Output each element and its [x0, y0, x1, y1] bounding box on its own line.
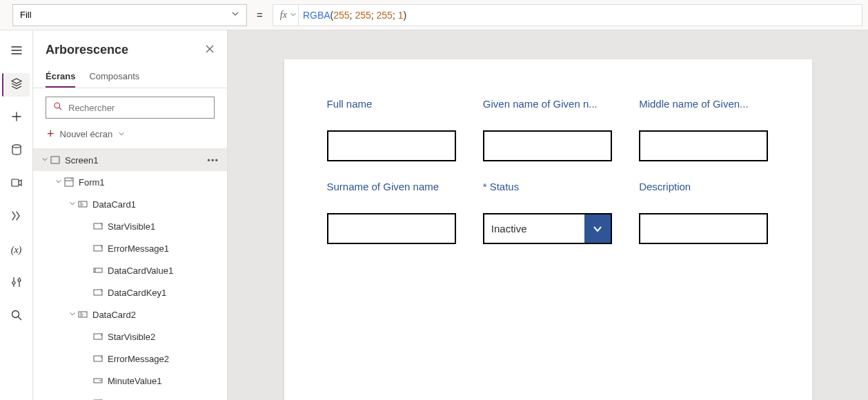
tree-item-errormessage2[interactable]: ErrorMessage2	[33, 348, 227, 370]
tree-item-starvisible2[interactable]: StarVisible2	[33, 326, 227, 348]
search-icon	[53, 101, 63, 114]
rail-flows-button[interactable]	[3, 206, 30, 229]
formula-input[interactable]: RGBA(255; 255; 255; 1)	[303, 5, 856, 26]
more-menu-button[interactable]: •••	[207, 155, 219, 166]
svg-rect-12	[94, 334, 102, 339]
tree-item-minutevalue1[interactable]: MinuteValue1	[33, 370, 227, 392]
screen-icon	[50, 155, 61, 165]
tree-item-label: Separator1	[108, 398, 152, 401]
field-fullname: Full name	[327, 98, 461, 161]
svg-rect-1	[12, 179, 19, 186]
form-icon	[63, 177, 75, 187]
description-input[interactable]	[639, 213, 768, 244]
tree-item-datacard2[interactable]: DataCard2	[33, 303, 227, 326]
tree-item-starvisible1[interactable]: StarVisible1	[33, 215, 227, 237]
rail-insert-button[interactable]	[3, 106, 30, 130]
search-icon	[10, 309, 23, 324]
chevron-down-icon	[118, 129, 125, 139]
tree-item-label: DataCardValue1	[108, 266, 173, 276]
field-status: *Status Inactive	[483, 181, 617, 244]
layers-icon	[10, 77, 23, 92]
label-icon	[92, 354, 103, 363]
flow-icon	[10, 210, 23, 225]
fx-button[interactable]: fx	[279, 4, 299, 26]
search-box[interactable]	[46, 97, 215, 119]
rail-data-button[interactable]	[3, 139, 30, 163]
svg-rect-4	[51, 157, 59, 163]
field-label: *Status	[483, 181, 617, 192]
plus-icon	[10, 110, 23, 126]
new-screen-label: Nouvel écran	[60, 129, 113, 139]
chevron-down-icon[interactable]	[54, 178, 63, 186]
datacard-icon	[77, 310, 88, 319]
surname-input[interactable]	[327, 213, 456, 244]
chevron-down-icon[interactable]	[40, 156, 50, 164]
new-screen-button[interactable]: + Nouvel écran	[33, 124, 227, 148]
required-star: *	[483, 181, 487, 192]
tree-item-label: ErrorMessage1	[108, 243, 169, 254]
tab-components[interactable]: Composants	[89, 66, 139, 88]
tree-item-label: ErrorMessage2	[108, 354, 169, 364]
chevron-down-icon	[591, 223, 604, 235]
rail-variables-button[interactable]: (x)	[3, 239, 30, 262]
tree-item-datacard1[interactable]: DataCard1	[33, 193, 227, 215]
hamburger-icon	[10, 44, 23, 59]
field-label: Given name of Given n...	[483, 98, 617, 110]
tree-tabs: Écrans Composants	[33, 66, 227, 88]
chevron-down-icon[interactable]	[68, 310, 77, 319]
rail-hamburger-button[interactable]	[3, 40, 30, 63]
variable-icon: (x)	[11, 245, 22, 256]
plus-icon: +	[47, 127, 55, 141]
close-icon	[205, 44, 215, 54]
svg-rect-8	[94, 246, 102, 251]
datacard-icon	[77, 199, 88, 209]
field-label: Surname of Given name	[327, 181, 461, 192]
tree-panel-title: Arborescence	[46, 43, 128, 57]
tree-item-datacardkey1[interactable]: DataCardKey1	[33, 281, 227, 303]
field-label: Description	[639, 181, 773, 192]
tree-list[interactable]: Screen1 ••• Form1 DataCard1 StarVisible1…	[33, 148, 227, 400]
dropdown-icon	[92, 376, 103, 386]
tree-item-errormessage1[interactable]: ErrorMessage1	[33, 237, 227, 259]
tree-item-separator1[interactable]: Separator1	[33, 392, 227, 400]
tree-item-datacardvalue1[interactable]: DataCardValue1	[33, 259, 227, 281]
middlename-input[interactable]	[639, 130, 768, 161]
status-dropdown-button[interactable]	[584, 214, 611, 243]
svg-point-0	[12, 145, 21, 148]
media-icon	[10, 177, 23, 192]
equals-sign: =	[253, 9, 267, 21]
tree-item-form1[interactable]: Form1	[33, 171, 227, 193]
form-control[interactable]: Full name Given name of Given n... Middl…	[284, 59, 812, 400]
tab-screens[interactable]: Écrans	[46, 66, 75, 88]
rail-tree-button[interactable]	[2, 73, 30, 97]
textinput-icon	[92, 266, 103, 275]
tree-item-screen1[interactable]: Screen1 •••	[33, 149, 227, 171]
tree-item-label: MinuteValue1	[108, 376, 162, 386]
chevron-down-icon	[290, 11, 297, 19]
formula-bar-container: fx RGBA(255; 255; 255; 1)	[273, 4, 862, 26]
field-description: Description	[639, 181, 773, 244]
svg-point-3	[55, 103, 60, 108]
close-panel-button[interactable]	[205, 44, 215, 57]
rail-tools-button[interactable]	[3, 272, 30, 295]
rail-media-button[interactable]	[3, 172, 30, 196]
rail-search-button[interactable]	[3, 305, 30, 328]
property-selector[interactable]: Fill	[12, 4, 247, 26]
tree-item-label: DataCardKey1	[108, 288, 166, 298]
tree-view-panel: Arborescence Écrans Composants + Nouvel …	[33, 30, 228, 400]
chevron-down-icon[interactable]	[68, 200, 77, 208]
tree-item-label: DataCard1	[92, 199, 136, 210]
status-dropdown[interactable]: Inactive	[483, 213, 612, 244]
canvas[interactable]: Full name Given name of Given n... Middl…	[228, 30, 868, 400]
formula-toolbar: Fill = fx RGBA(255; 255; 255; 1)	[0, 0, 868, 30]
svg-rect-13	[94, 356, 102, 361]
field-label: Full name	[327, 98, 461, 110]
field-givenname: Given name of Given n...	[483, 98, 617, 161]
fullname-input[interactable]	[327, 130, 456, 161]
tools-icon	[10, 276, 23, 291]
tree-item-label: Screen1	[65, 155, 98, 166]
field-label: Middle name of Given...	[639, 98, 773, 110]
search-input[interactable]	[68, 103, 207, 113]
svg-rect-5	[65, 178, 73, 186]
givenname-input[interactable]	[483, 130, 612, 161]
